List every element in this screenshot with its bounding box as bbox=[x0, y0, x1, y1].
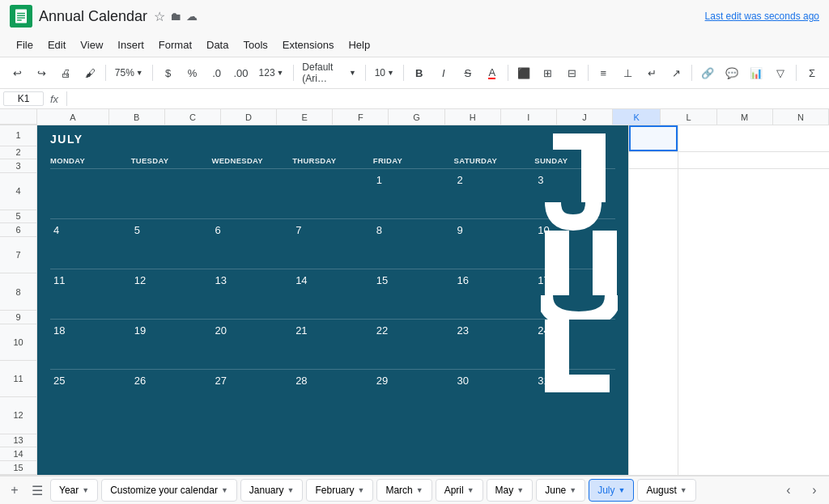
row-header-1[interactable]: 1 bbox=[0, 125, 36, 146]
col-header-I[interactable]: I bbox=[501, 109, 557, 125]
row-header-15[interactable]: 15 bbox=[0, 461, 36, 475]
svg-rect-3 bbox=[17, 15, 25, 16]
letter-j-svg bbox=[541, 133, 618, 231]
decimal-decrease-button[interactable]: .0 bbox=[206, 62, 227, 83]
tab-july[interactable]: July ▼ bbox=[589, 479, 634, 502]
wrap-button[interactable]: ↵ bbox=[641, 62, 662, 83]
row-header-7[interactable]: 7 bbox=[0, 237, 36, 273]
function-button[interactable]: Σ bbox=[801, 62, 823, 83]
print-button[interactable]: 🖨 bbox=[55, 62, 76, 83]
valign-button[interactable]: ⊥ bbox=[617, 62, 638, 83]
drive-icon[interactable]: 🖿 bbox=[170, 10, 181, 23]
col-header-C[interactable]: C bbox=[165, 109, 221, 125]
col-header-L[interactable]: L bbox=[661, 109, 716, 125]
col-header-M[interactable]: M bbox=[717, 109, 773, 125]
col-header-F[interactable]: F bbox=[333, 109, 389, 125]
add-sheet-button[interactable]: + bbox=[3, 479, 26, 502]
tab-customize[interactable]: Customize your calendar ▼ bbox=[101, 479, 237, 502]
tab-april[interactable]: April ▼ bbox=[436, 479, 483, 502]
row-header-6[interactable]: 6 bbox=[0, 223, 36, 237]
tab-august[interactable]: August ▼ bbox=[637, 479, 695, 502]
selected-cell-k1[interactable] bbox=[629, 125, 678, 151]
col-header-J[interactable]: J bbox=[557, 109, 613, 125]
cal-cell-empty-4 bbox=[292, 168, 373, 218]
col-header-N[interactable]: N bbox=[773, 109, 829, 125]
strikethrough-button[interactable]: S bbox=[457, 62, 478, 83]
chart-button[interactable]: 📊 bbox=[746, 62, 767, 83]
grid-content[interactable]: JULY MONDAY TUESDAY WEDNESDAY THURSDAY F… bbox=[37, 125, 829, 475]
tab-march[interactable]: March ▼ bbox=[376, 479, 432, 502]
row-header-3[interactable]: 3 bbox=[0, 159, 36, 173]
menu-insert[interactable]: Insert bbox=[111, 36, 151, 54]
col-header-D[interactable]: D bbox=[221, 109, 277, 125]
merge-button[interactable]: ⊟ bbox=[562, 62, 583, 83]
currency-button[interactable]: $ bbox=[158, 62, 179, 83]
undo-button[interactable]: ↩ bbox=[6, 62, 28, 83]
menu-bar: File Edit View Insert Format Data Tools … bbox=[0, 32, 829, 57]
menu-help[interactable]: Help bbox=[342, 36, 376, 54]
bold-button[interactable]: B bbox=[409, 62, 430, 83]
row-header-14[interactable]: 14 bbox=[0, 447, 36, 461]
format-select[interactable]: 123 ▼ bbox=[255, 65, 288, 81]
paint-format-button[interactable]: 🖌 bbox=[79, 62, 100, 83]
redo-button[interactable]: ↪ bbox=[31, 62, 52, 83]
col-header-K[interactable]: K bbox=[613, 109, 661, 125]
menu-data[interactable]: Data bbox=[200, 36, 235, 54]
cal-cell-28: 28 bbox=[292, 369, 373, 419]
col-header-B[interactable]: B bbox=[109, 109, 165, 125]
svg-rect-11 bbox=[545, 375, 610, 392]
italic-button[interactable]: I bbox=[433, 62, 454, 83]
menu-tools[interactable]: Tools bbox=[236, 36, 274, 54]
zoom-select[interactable]: 75% ▼ bbox=[111, 65, 147, 81]
row-header-10[interactable]: 10 bbox=[0, 324, 36, 361]
star-icon[interactable]: ☆ bbox=[154, 9, 165, 24]
borders-button[interactable]: ⊞ bbox=[538, 62, 559, 83]
menu-view[interactable]: View bbox=[74, 36, 109, 54]
cal-cell-13: 13 bbox=[211, 269, 292, 319]
halign-button[interactable]: ≡ bbox=[593, 62, 614, 83]
last-edit-label[interactable]: Last edit was seconds ago bbox=[705, 11, 819, 22]
cloud-icon[interactable]: ☁ bbox=[186, 10, 198, 23]
tab-may[interactable]: May ▼ bbox=[487, 479, 534, 502]
cal-cell-empty-3 bbox=[211, 168, 292, 218]
filter-button[interactable]: ▽ bbox=[770, 62, 791, 83]
row-header-11[interactable]: 11 bbox=[0, 361, 36, 397]
menu-format[interactable]: Format bbox=[152, 36, 198, 54]
row-header-9[interactable]: 9 bbox=[0, 311, 36, 324]
text-color-button[interactable]: A bbox=[482, 62, 503, 83]
tab-nav-prev-button[interactable]: ‹ bbox=[777, 479, 800, 502]
separator-9 bbox=[796, 65, 797, 81]
row-header-4[interactable]: 4 bbox=[0, 173, 36, 210]
tab-june[interactable]: June ▼ bbox=[536, 479, 585, 502]
cal-cell-4: 4 bbox=[50, 218, 131, 269]
link-button[interactable]: 🔗 bbox=[697, 62, 718, 83]
row-header-2[interactable]: 2 bbox=[0, 146, 36, 160]
fill-color-button[interactable]: ⬛ bbox=[513, 62, 534, 83]
fontsize-select[interactable]: 10 ▼ bbox=[371, 65, 398, 81]
menu-file[interactable]: File bbox=[10, 36, 40, 54]
comment-button[interactable]: 💬 bbox=[721, 62, 742, 83]
font-select[interactable]: Default (Ari… ▼ bbox=[298, 59, 360, 87]
tab-january[interactable]: January ▼ bbox=[240, 479, 304, 502]
cal-cell-21: 21 bbox=[292, 319, 373, 369]
formula-input[interactable] bbox=[72, 93, 826, 105]
col-header-E[interactable]: E bbox=[277, 109, 333, 125]
rotate-button[interactable]: ↗ bbox=[665, 62, 687, 83]
cell-reference-input[interactable] bbox=[3, 91, 44, 106]
menu-extensions[interactable]: Extensions bbox=[276, 36, 341, 54]
tab-february[interactable]: February ▼ bbox=[306, 479, 373, 502]
col-header-A[interactable]: A bbox=[37, 109, 109, 125]
col-header-G[interactable]: G bbox=[389, 109, 444, 125]
row-header-5[interactable]: 5 bbox=[0, 210, 36, 224]
menu-edit[interactable]: Edit bbox=[41, 36, 72, 54]
tab-year[interactable]: Year ▼ bbox=[50, 479, 98, 502]
decimal-increase-button[interactable]: .00 bbox=[231, 62, 252, 83]
row-header-8[interactable]: 8 bbox=[0, 273, 36, 310]
col-header-H[interactable]: H bbox=[445, 109, 501, 125]
sheet-list-button[interactable]: ☰ bbox=[26, 479, 49, 502]
row-header-12[interactable]: 12 bbox=[0, 397, 36, 434]
row-header-13[interactable]: 13 bbox=[0, 434, 36, 448]
percent-button[interactable]: % bbox=[182, 62, 203, 83]
tab-nav-next-button[interactable]: › bbox=[803, 479, 826, 502]
cal-cell-empty-2 bbox=[131, 168, 212, 218]
